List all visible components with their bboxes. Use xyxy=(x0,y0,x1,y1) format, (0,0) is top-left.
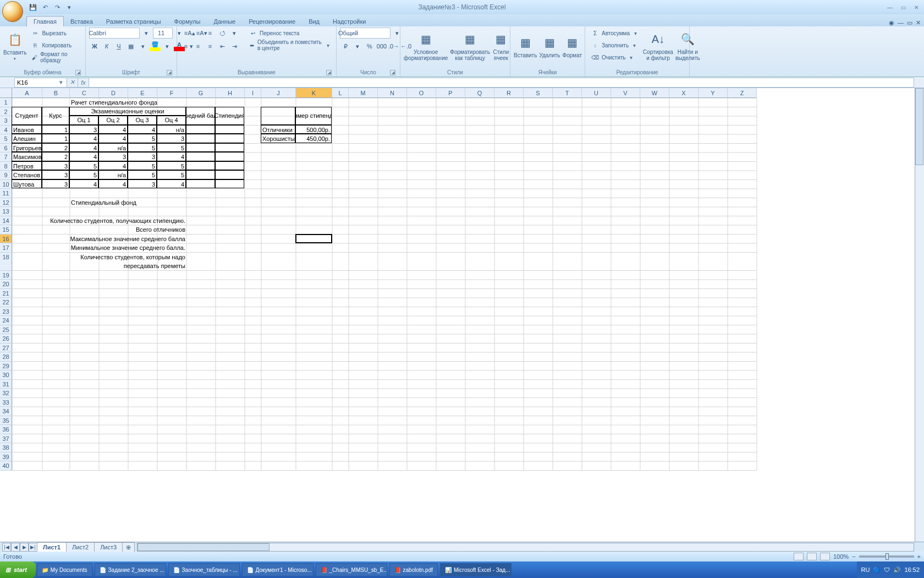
insert-function-button[interactable]: fx xyxy=(78,78,89,88)
cell[interactable]: Стипендия xyxy=(215,107,244,125)
sheet-tab-2[interactable]: Лист2 xyxy=(66,542,95,552)
tab-home[interactable]: Главная xyxy=(26,16,64,26)
cell[interactable]: 4 xyxy=(157,152,186,161)
sheet-tab-3[interactable]: Лист3 xyxy=(94,542,123,552)
paste-button[interactable]: 📋Вставить▾ xyxy=(3,28,26,64)
row-header-7[interactable]: 7 xyxy=(0,152,12,162)
row-header-6[interactable]: 6 xyxy=(0,144,12,153)
row-header-23[interactable]: 23 xyxy=(0,307,12,317)
cell[interactable]: 5 xyxy=(128,161,157,171)
border-dropdown[interactable]: ▾ xyxy=(138,41,148,52)
cell[interactable]: Максимов xyxy=(12,152,42,161)
clear-button[interactable]: ⌫Очистить▾ xyxy=(588,52,641,63)
col-header-Q[interactable]: Q xyxy=(465,88,494,98)
page-layout-view-button[interactable] xyxy=(807,553,817,560)
currency-button[interactable]: ₽ xyxy=(340,41,351,52)
delete-cells-button[interactable]: ▦Удалить xyxy=(539,28,560,64)
cell[interactable]: 2 xyxy=(42,152,69,161)
taskbar-item-0[interactable]: 📁 My Documents xyxy=(37,563,92,576)
ribbon-restore-button[interactable]: ▭ xyxy=(907,19,912,26)
cell[interactable]: 4 xyxy=(69,143,98,152)
col-header-N[interactable]: N xyxy=(378,88,407,98)
row-header-39[interactable]: 39 xyxy=(0,452,12,462)
row-header-10[interactable]: 10 xyxy=(0,180,12,189)
col-header-E[interactable]: E xyxy=(128,88,157,98)
restore-button[interactable]: ▭ xyxy=(898,3,909,12)
zoom-out-button[interactable]: − xyxy=(852,553,855,560)
cell[interactable]: 3 xyxy=(128,179,157,189)
cell[interactable] xyxy=(186,143,215,152)
row-header-25[interactable]: 25 xyxy=(0,325,12,335)
formula-bar[interactable] xyxy=(89,78,914,88)
cell[interactable]: Количество студентов, получающих стипенд… xyxy=(42,216,186,226)
row-header-33[interactable]: 33 xyxy=(0,398,12,407)
decrease-indent-button[interactable]: ⇤ xyxy=(217,41,228,52)
cell[interactable]: 2 xyxy=(42,143,69,152)
number-format-combo[interactable]: Общий xyxy=(340,28,391,39)
cell[interactable] xyxy=(215,161,244,171)
cell[interactable]: Хорошисты xyxy=(261,134,295,143)
cut-button[interactable]: ✂Вырезать xyxy=(29,28,82,39)
row-header-4[interactable]: 4 xyxy=(0,126,12,135)
row-header-30[interactable]: 30 xyxy=(0,370,12,380)
fill-button[interactable]: ↓Заполнить▾ xyxy=(588,40,641,51)
increase-decimal-button[interactable]: .0→ xyxy=(388,41,399,52)
cell[interactable] xyxy=(186,170,215,179)
cell[interactable]: Максимальное значение среднего балла xyxy=(42,235,186,244)
border-button[interactable]: ▦ xyxy=(125,41,136,52)
cell[interactable] xyxy=(215,179,244,189)
row-header-19[interactable]: 19 xyxy=(0,271,12,280)
copy-button[interactable]: ⎘Копировать xyxy=(29,40,82,51)
font-name-dropdown[interactable]: ▾ xyxy=(141,28,152,39)
cell[interactable]: 4 xyxy=(98,179,128,189)
col-header-R[interactable]: R xyxy=(494,88,524,98)
row-header-35[interactable]: 35 xyxy=(0,416,12,426)
row-header-26[interactable]: 26 xyxy=(0,334,12,343)
new-sheet-button[interactable]: ⊕ xyxy=(122,542,135,552)
row-header-28[interactable]: 28 xyxy=(0,352,12,362)
format-painter-button[interactable]: 🖌Формат по образцу xyxy=(29,52,82,63)
row-header-13[interactable]: 13 xyxy=(0,207,12,216)
row-header-32[interactable]: 32 xyxy=(0,389,12,398)
cell[interactable]: 4 xyxy=(69,152,98,161)
cell[interactable]: 3 xyxy=(42,170,69,179)
alignment-dialog-launcher[interactable]: ◢ xyxy=(326,70,332,75)
col-header-A[interactable]: A xyxy=(12,88,42,98)
col-header-D[interactable]: D xyxy=(99,88,128,98)
name-box[interactable]: K16▾ xyxy=(14,78,67,88)
row-header-37[interactable]: 37 xyxy=(0,434,12,444)
col-header-I[interactable]: I xyxy=(245,88,261,98)
page-break-view-button[interactable] xyxy=(820,553,830,560)
align-right-button[interactable]: ≡ xyxy=(205,41,216,52)
row-header-9[interactable]: 9 xyxy=(0,171,12,180)
col-header-G[interactable]: G xyxy=(186,88,216,98)
align-top-button[interactable]: ≡ xyxy=(180,28,191,39)
cell[interactable]: 3 xyxy=(157,134,186,143)
row-header-15[interactable]: 15 xyxy=(0,225,12,235)
insert-cells-button[interactable]: ▦Вставить xyxy=(514,28,537,64)
cell[interactable]: 500,00р. xyxy=(295,125,332,134)
office-button[interactable] xyxy=(2,1,23,22)
row-header-17[interactable]: 17 xyxy=(0,243,12,253)
qat-dropdown-icon[interactable]: ▾ xyxy=(65,3,74,12)
col-header-L[interactable]: L xyxy=(332,88,349,98)
col-header-T[interactable]: T xyxy=(553,88,582,98)
col-header-M[interactable]: M xyxy=(349,88,378,98)
cell[interactable]: Петров xyxy=(12,161,42,171)
cell[interactable]: Количество студентов, которым надопересд… xyxy=(42,253,186,271)
cell[interactable] xyxy=(215,134,244,143)
sheet-tab-1[interactable]: Лист1 xyxy=(37,542,67,552)
font-size-combo[interactable]: 11 xyxy=(153,28,173,39)
tray-icon[interactable]: 🔵 xyxy=(873,566,881,574)
cell-grid[interactable]: Рачет стипендиального фондаСтудентКурсЭк… xyxy=(12,98,915,542)
merge-center-button[interactable]: ⬌Объединить и поместить в центре▾ xyxy=(246,40,333,51)
row-header-16[interactable]: 16 xyxy=(0,235,12,244)
prev-sheet-button[interactable]: ◀ xyxy=(11,543,20,552)
format-as-table-button[interactable]: ▦Форматировать как таблицу xyxy=(450,28,490,64)
system-tray[interactable]: RU 🔵 🛡 🔊 16:52 xyxy=(857,561,924,578)
orientation-dropdown[interactable]: ▾ xyxy=(229,28,240,39)
row-header-11[interactable]: 11 xyxy=(0,189,12,198)
cell[interactable]: 3 xyxy=(128,152,157,161)
cell[interactable]: 3 xyxy=(98,152,128,161)
row-header-22[interactable]: 22 xyxy=(0,298,12,307)
